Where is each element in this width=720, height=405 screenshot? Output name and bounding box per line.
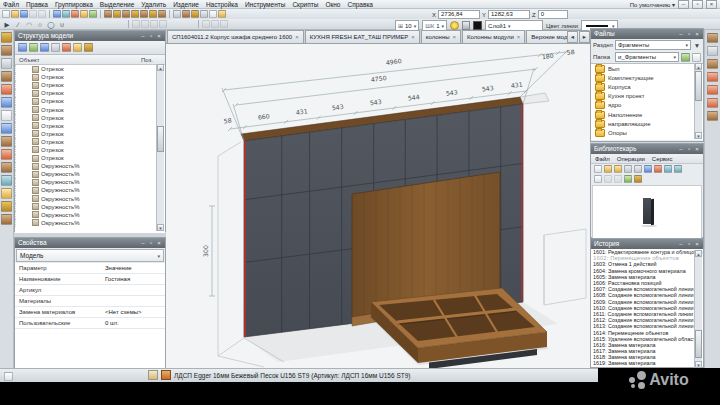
dock-tab-icon[interactable] xyxy=(707,59,718,69)
history-item[interactable]: 1610: Создание вспомогательной линии xyxy=(591,305,703,311)
left-tool-icon[interactable] xyxy=(1,84,12,95)
tree-item[interactable]: Отрезок xyxy=(15,154,165,162)
tree-item[interactable]: Окружность% xyxy=(15,203,165,211)
insert-model-icon[interactable] xyxy=(644,165,652,173)
dock-tab-icon[interactable] xyxy=(707,111,718,121)
scroll-up-icon[interactable]: ▲ xyxy=(157,64,164,71)
panel-title-bar[interactable]: Файлы – ▫ × xyxy=(591,29,703,39)
y-coordinate-field[interactable]: 1282,63 xyxy=(488,10,530,19)
export-tool-icon[interactable] xyxy=(218,10,226,18)
copy-tool-icon[interactable] xyxy=(200,10,208,18)
detail-view-icon[interactable] xyxy=(634,165,642,173)
table-tool-icon[interactable] xyxy=(62,10,70,18)
float-icon[interactable]: ▫ xyxy=(686,144,692,154)
tree-item[interactable]: Окружность% xyxy=(15,195,165,203)
float-icon[interactable]: ▫ xyxy=(686,239,692,249)
close-icon[interactable]: × xyxy=(694,144,700,154)
folder-item[interactable]: Вып xyxy=(591,64,703,73)
x-coordinate-field[interactable]: 2736,84 xyxy=(438,10,480,19)
back-icon[interactable] xyxy=(664,165,672,173)
render-mode-icon[interactable] xyxy=(634,175,642,183)
folder-item[interactable]: Комплектующие xyxy=(591,73,703,82)
show-list-icon[interactable] xyxy=(73,43,82,52)
left-tool-icon[interactable] xyxy=(1,175,12,186)
history-item[interactable]: 1601: Редактирование контура и облицовки… xyxy=(591,249,703,255)
menu-item[interactable]: Изделие xyxy=(173,1,199,8)
left-tool-icon[interactable] xyxy=(1,136,12,147)
property-row[interactable]: Артикул xyxy=(15,285,165,296)
close-icon[interactable]: × xyxy=(156,238,162,248)
tree-item[interactable]: Отрезок xyxy=(15,73,165,81)
left-tool-icon[interactable] xyxy=(1,58,12,69)
measure-tool-icon[interactable] xyxy=(89,10,97,18)
tree-item[interactable]: Отрезок xyxy=(15,105,165,113)
history-item[interactable]: 1613: Создание вспомогательной линии xyxy=(591,323,703,329)
menu-item[interactable]: Настройка xyxy=(206,1,238,8)
close-icon[interactable]: × xyxy=(156,31,162,41)
tree-item[interactable]: Отрезок xyxy=(15,89,165,97)
report-tool-icon[interactable] xyxy=(209,10,217,18)
array-tool-icon[interactable] xyxy=(150,20,158,28)
snap-tool-icon[interactable] xyxy=(202,20,210,28)
librarian-menu-item[interactable]: Операции xyxy=(617,156,645,162)
close-icon[interactable]: × xyxy=(411,34,415,40)
folder-item[interactable]: Опоры xyxy=(591,128,703,137)
left-tool-icon[interactable] xyxy=(1,71,12,82)
dock-tab-icon[interactable] xyxy=(707,98,718,108)
property-row[interactable]: Материалы xyxy=(15,296,165,307)
tree-item[interactable]: Окружность% xyxy=(15,178,165,186)
minimize-icon[interactable]: – xyxy=(678,144,684,154)
filter-icon[interactable] xyxy=(18,43,27,52)
history-item[interactable]: 1619: Замена материала xyxy=(591,360,703,366)
tree-item[interactable]: Окружность% xyxy=(15,211,165,219)
restore-button[interactable]: ▫ xyxy=(692,0,703,9)
trim-tool-icon[interactable] xyxy=(159,20,167,28)
redo-icon[interactable] xyxy=(38,10,46,18)
history-item[interactable]: 1609: Создание вспомогательной линии xyxy=(591,299,703,305)
z-coordinate-field[interactable]: 0 xyxy=(538,10,568,19)
zoom-preview-icon[interactable] xyxy=(614,175,622,183)
left-tool-icon[interactable] xyxy=(1,214,12,225)
float-icon[interactable]: ▫ xyxy=(148,31,154,41)
close-button[interactable]: × xyxy=(706,0,717,9)
draw-tool-icon[interactable]: ◠ xyxy=(24,20,34,29)
tree-item[interactable]: Отрезок xyxy=(15,138,165,146)
folder-item[interactable]: Наполнение xyxy=(591,110,703,119)
model-selector-dropdown[interactable]: Модель ▾ xyxy=(16,249,164,262)
document-tab[interactable]: КУХНЯ FRESH EAT_ТАШ ПРИМЕР × xyxy=(305,30,420,43)
history-scrollbar[interactable]: ▲ ▼ xyxy=(694,250,702,368)
tree-item[interactable]: Отрезок xyxy=(15,97,165,105)
minimize-icon[interactable]: – xyxy=(678,239,684,249)
layer-visibility-icon[interactable] xyxy=(450,21,459,30)
tree-item[interactable]: Отрезок xyxy=(15,122,165,130)
go-folder-icon[interactable] xyxy=(681,53,690,62)
align-tool-icon[interactable] xyxy=(132,20,140,28)
tree-item[interactable]: Отрезок xyxy=(15,65,165,73)
texture-tool-icon[interactable] xyxy=(191,10,199,18)
status-icon[interactable] xyxy=(4,372,13,381)
draw-tool-icon[interactable]: ◯ xyxy=(46,20,56,29)
new-item-icon[interactable] xyxy=(594,165,602,173)
panel-title-bar[interactable]: История – ▫ × xyxy=(591,239,703,249)
left-tool-icon[interactable] xyxy=(1,97,12,108)
workspace-preset-dropdown[interactable]: По умолчанию ▾ xyxy=(630,1,675,8)
minimize-icon[interactable]: – xyxy=(140,31,146,41)
filter-icon[interactable]: ▼ xyxy=(693,41,701,50)
history-item[interactable]: 1611: Создание вспомогательной линии xyxy=(591,311,703,317)
float-icon[interactable]: ▫ xyxy=(686,29,692,39)
folder-up-icon[interactable] xyxy=(614,165,622,173)
property-row[interactable]: Пользовательские 0 шт. xyxy=(15,318,165,329)
layer-lock-icon[interactable] xyxy=(462,21,470,30)
fitting-tool-icon[interactable] xyxy=(158,10,166,18)
draw-tool-icon[interactable]: ∪ xyxy=(57,20,67,29)
close-icon[interactable]: × xyxy=(295,34,299,40)
history-item[interactable]: 1608: Создание вспомогательной линии xyxy=(591,292,703,298)
panel-title-bar[interactable]: Свойства – ▫ × xyxy=(15,238,165,248)
panel-title-bar[interactable]: Структура модели – ▫ × xyxy=(15,31,165,41)
close-icon[interactable]: × xyxy=(694,239,700,249)
tree-item[interactable]: Отрезок xyxy=(15,146,165,154)
left-tool-icon[interactable] xyxy=(1,123,12,134)
left-tool-icon[interactable] xyxy=(1,201,12,212)
scroll-thumb[interactable] xyxy=(695,71,702,101)
librarian-menu-item[interactable]: Сервис xyxy=(652,156,673,162)
